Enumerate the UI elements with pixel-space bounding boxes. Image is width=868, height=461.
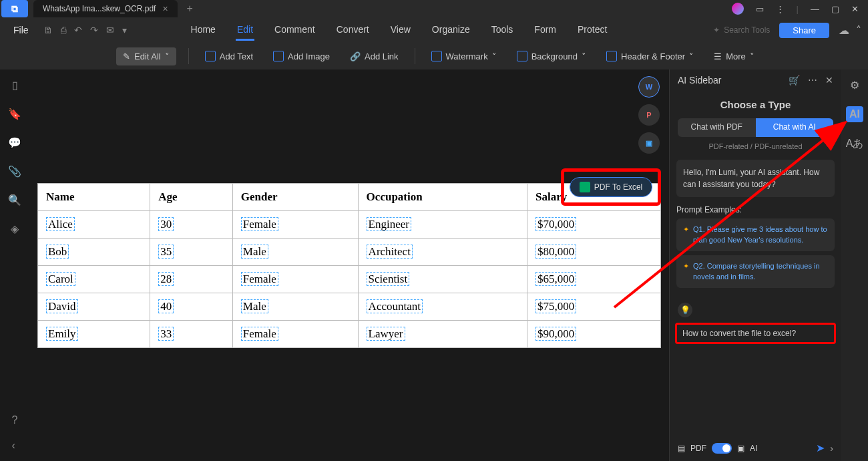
ai-badge-icon: ▣ (737, 444, 744, 453)
tab-convert[interactable]: Convert (335, 20, 371, 41)
pencil-icon: ✎ (123, 51, 130, 61)
cart-icon[interactable]: 🛒 (789, 75, 800, 86)
chevron-right-icon[interactable]: › (830, 443, 833, 454)
undo-icon[interactable]: ↶ (74, 25, 82, 35)
powerpoint-icon[interactable]: P (638, 104, 660, 126)
sparkle-icon: ✦ (683, 261, 689, 283)
kebab-icon[interactable]: ⋮ (776, 4, 785, 14)
tab-title: WhatsApp Ima...skew_OCR.pdf (43, 4, 156, 13)
left-rail: ▯ 🔖 💬 📎 🔍 ◈ ? ‹ (0, 69, 29, 461)
print-icon[interactable]: ⎙ (61, 25, 66, 35)
tab-comment[interactable]: Comment (273, 20, 316, 41)
help-icon[interactable]: ? (12, 414, 18, 426)
chat-with-ai-tab[interactable]: Chat with AI (756, 118, 834, 137)
layers-icon[interactable]: ◈ (11, 222, 19, 235)
search-input[interactable]: ✦ Search Tools (713, 25, 770, 35)
pdf-table: Name Age Gender Occupation Salary Alice3… (37, 183, 661, 348)
col-age: Age (158, 190, 177, 203)
ai-rail-button[interactable]: AI (846, 106, 863, 122)
add-image-button[interactable]: Add Image (269, 48, 334, 64)
minimize-icon[interactable]: — (811, 4, 819, 14)
image-icon (273, 51, 284, 61)
save-icon[interactable]: 🗎 (43, 25, 53, 35)
tab-home[interactable]: Home (190, 20, 217, 41)
pdf-to-excel-button[interactable]: PDF To Excel (570, 177, 652, 197)
more-button[interactable]: ☰More˅ (710, 49, 758, 64)
sparkle-icon: ✦ (683, 224, 689, 246)
avatar[interactable] (732, 3, 744, 15)
redo-icon[interactable]: ↷ (90, 25, 98, 35)
image-convert-icon[interactable]: ▣ (638, 132, 660, 154)
tab-form[interactable]: Form (533, 20, 558, 41)
col-name: Name (46, 190, 74, 203)
edit-all-button[interactable]: ✎ Edit All ˅ (116, 47, 176, 65)
chat-with-pdf-tab[interactable]: Chat with PDF (678, 118, 756, 137)
text-icon (205, 51, 216, 61)
table-row: Alice30FemaleEngineer$70,000 (38, 211, 661, 239)
header-footer-button[interactable]: Header & Footer˅ (602, 48, 698, 64)
close-icon[interactable]: × (162, 3, 168, 14)
maximize-icon[interactable]: ▢ (831, 4, 839, 14)
menubar: File 🗎 ⎙ ↶ ↷ ✉ ▾ Home Edit Comment Conve… (0, 17, 868, 43)
ai-input[interactable]: How to convert the file to excel? (675, 323, 836, 344)
link-icon: 🔗 (350, 51, 361, 61)
comments-icon[interactable]: 💬 (8, 136, 21, 149)
type-toggle: Chat with PDF Chat with AI (678, 118, 833, 137)
word-icon[interactable]: W (638, 76, 660, 98)
pdf-label: PDF (690, 444, 706, 453)
main-tabs: Home Edit Comment Convert View Organize … (190, 20, 609, 41)
chevron-up-icon[interactable]: ˄ (856, 24, 861, 37)
more-icon[interactable]: ⋯ (808, 75, 817, 86)
background-icon (517, 51, 527, 61)
tab-tools[interactable]: Tools (490, 20, 515, 41)
app-icon: ⧉ (1, 0, 28, 17)
chevron-down-icon: ˅ (689, 51, 694, 61)
share-button[interactable]: Share (779, 23, 829, 38)
hint-button[interactable]: 💡 (678, 303, 692, 317)
tab-view[interactable]: View (389, 20, 412, 41)
prompt-example-1[interactable]: ✦Q1. Please give me 3 ideas about how to… (676, 218, 835, 251)
col-occupation: Occupation (367, 190, 423, 203)
related-label: PDF-related / PDF-unrelated (670, 142, 841, 150)
attachment-icon[interactable]: 📎 (8, 165, 21, 178)
collapse-icon[interactable]: ‹ (12, 440, 18, 452)
chevron-down-icon: ˅ (492, 51, 497, 61)
table-row: Emily33FemaleLawyer$90,000 (38, 321, 661, 348)
tab-organize[interactable]: Organize (431, 20, 471, 41)
dropdown-icon[interactable]: ▾ (122, 25, 127, 35)
document-canvas: W P ▣ PDF To Excel Name Age Gender Occup… (29, 69, 669, 461)
chevron-down-icon: ˅ (750, 51, 754, 61)
add-link-button[interactable]: 🔗Add Link (346, 49, 403, 64)
tab-edit[interactable]: Edit (236, 20, 254, 41)
add-text-button[interactable]: Add Text (201, 48, 257, 64)
table-row: David40MaleAccountant$75,000 (38, 293, 661, 321)
watermark-icon (431, 51, 442, 61)
watermark-button[interactable]: Watermark˅ (427, 48, 501, 64)
close-window-icon[interactable]: ✕ (851, 4, 859, 14)
excel-icon (580, 182, 590, 192)
ai-label: AI (750, 444, 757, 453)
bookmark-icon[interactable]: 🔖 (8, 108, 21, 120)
mail-icon[interactable]: ✉ (106, 25, 114, 35)
prompt-example-2[interactable]: ✦Q2. Compare storytelling techniques in … (676, 255, 835, 288)
send-icon[interactable]: ➤ (816, 442, 825, 454)
pdf-to-excel-callout: PDF To Excel (561, 168, 661, 206)
background-button[interactable]: Background˅ (513, 48, 590, 64)
pdf-badge-icon: ▤ (678, 444, 685, 453)
file-menu[interactable]: File (7, 22, 35, 38)
translate-icon[interactable]: Aあ (846, 137, 864, 151)
tab-protect[interactable]: Protect (576, 20, 608, 41)
chevron-down-icon: ˅ (582, 51, 586, 61)
document-tab[interactable]: WhatsApp Ima...skew_OCR.pdf × (33, 0, 178, 17)
cloud-icon[interactable]: ☁ (839, 24, 849, 37)
toolbar: ✎ Edit All ˅ Add Text Add Image 🔗Add Lin… (0, 43, 868, 69)
chat-icon[interactable]: ▭ (756, 4, 764, 14)
close-sidebar-icon[interactable]: ✕ (825, 75, 833, 86)
thumbnails-icon[interactable]: ▯ (12, 79, 18, 92)
col-gender: Gender (241, 190, 278, 203)
new-tab-button[interactable]: + (187, 3, 193, 15)
more-icon: ☰ (714, 51, 722, 61)
pdf-ai-toggle[interactable] (712, 443, 732, 454)
settings-icon[interactable]: ⚙ (850, 79, 859, 92)
search-icon[interactable]: 🔍 (8, 194, 21, 206)
